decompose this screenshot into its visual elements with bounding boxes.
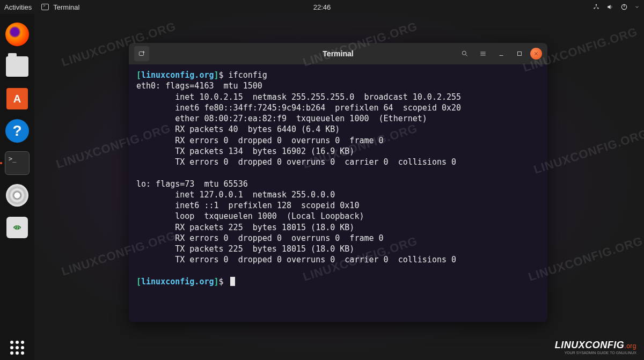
network-icon	[592, 3, 600, 11]
show-applications-button[interactable]	[10, 341, 24, 355]
top-panel: Activities Terminal 22:46	[0, 0, 644, 14]
disc-icon	[6, 184, 28, 207]
terminal-title: Terminal	[323, 49, 353, 58]
power-icon	[620, 3, 628, 11]
new-tab-icon	[138, 50, 145, 57]
dock-disc[interactable]	[4, 182, 30, 208]
active-app-name: Terminal	[53, 3, 79, 11]
new-tab-button[interactable]	[134, 46, 149, 61]
trash-icon	[6, 217, 28, 238]
svg-point-8	[462, 51, 466, 55]
dock-trash[interactable]	[4, 215, 30, 240]
terminal-icon	[41, 4, 49, 10]
activities-button[interactable]: Activities	[4, 3, 32, 11]
maximize-button[interactable]	[512, 46, 527, 61]
software-center-icon	[6, 88, 28, 109]
terminal-titlebar[interactable]: Terminal	[129, 43, 547, 64]
dock-terminal[interactable]	[4, 150, 30, 176]
svg-rect-14	[518, 52, 522, 56]
firefox-icon	[5, 23, 29, 46]
minimize-button[interactable]	[494, 46, 509, 61]
terminal-icon	[5, 151, 30, 175]
dock-software[interactable]	[4, 86, 30, 112]
dock-files[interactable]	[4, 54, 30, 79]
search-icon	[461, 50, 469, 57]
volume-icon	[606, 3, 614, 11]
clock[interactable]: 22:46	[313, 3, 331, 11]
menu-button[interactable]	[475, 46, 491, 61]
hamburger-icon	[479, 50, 487, 57]
minimize-icon	[497, 50, 505, 57]
terminal-output[interactable]: [linuxconfig.org]$ ifconfig eth0: flags=…	[129, 64, 547, 322]
svg-line-9	[466, 55, 467, 56]
dock: ?	[0, 14, 34, 360]
svg-point-0	[596, 4, 597, 5]
files-icon	[6, 56, 28, 77]
search-button[interactable]	[457, 46, 472, 61]
linuxconfig-logo: LINUXCONFIG.org YOUR SYSADMIN GUIDE TO G…	[555, 340, 636, 355]
active-app-indicator[interactable]: Terminal	[41, 3, 79, 11]
help-icon: ?	[5, 119, 29, 143]
chevron-down-icon	[634, 4, 640, 10]
maximize-icon	[516, 50, 523, 57]
close-button[interactable]	[530, 48, 542, 60]
dock-firefox[interactable]	[4, 21, 30, 47]
system-tray[interactable]	[592, 3, 640, 11]
close-icon	[533, 51, 539, 56]
dock-help[interactable]: ?	[4, 118, 30, 144]
terminal-window: Terminal [linuxconfig.org]$ ifconfig eth…	[129, 43, 547, 322]
